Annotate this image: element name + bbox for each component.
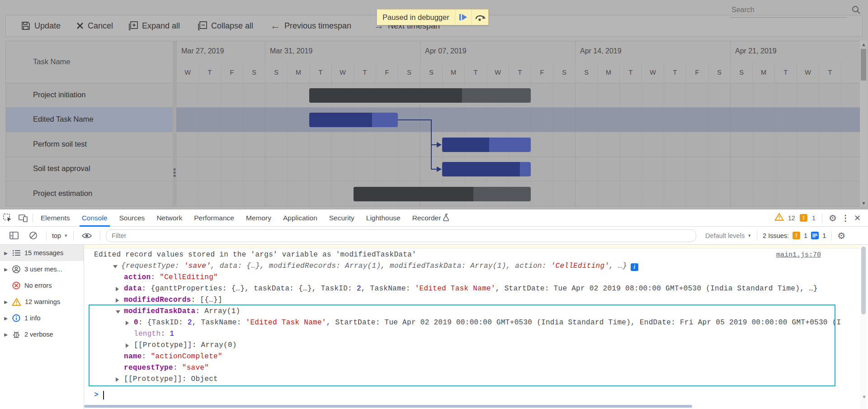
expander-icon[interactable]: ▶ [4, 332, 8, 337]
device-toolbar-icon[interactable] [15, 211, 31, 225]
task-row-2[interactable]: Edited Task Name [6, 108, 173, 132]
console-source-link[interactable]: main1.js:70 [776, 249, 821, 261]
step-over-icon[interactable] [472, 10, 488, 25]
tab-memory[interactable]: Memory [240, 209, 277, 227]
issues-summary-label[interactable]: 2 Issues: [763, 232, 789, 239]
taskbar-2[interactable] [309, 113, 398, 127]
console-text-segment: 'CellEditing' [551, 262, 609, 270]
timeline-row-5[interactable] [176, 182, 860, 206]
timeline-week-header: Mar 27, 2019Mar 31, 2019Apr 07, 2019Apr … [176, 41, 860, 62]
console-text-segment: name [124, 352, 142, 361]
timeline-row-2[interactable] [176, 108, 860, 132]
expander-open-icon[interactable] [116, 310, 120, 314]
gantt-vertical-scrollbar[interactable]: ▲ ▼ [860, 41, 867, 207]
taskbar-3[interactable] [442, 138, 531, 152]
taskbar-1[interactable] [309, 88, 531, 103]
issues-count[interactable]: 1 [812, 214, 816, 222]
clear-console-icon[interactable] [25, 229, 41, 243]
expander-closed-icon[interactable] [116, 298, 119, 303]
issues-icon[interactable]: ! [793, 232, 800, 239]
tab-console[interactable]: Console [76, 209, 113, 227]
previous-timespan-button[interactable]: ←Previous timespan [270, 15, 351, 36]
taskbar-4[interactable] [442, 162, 531, 176]
expander-icon[interactable]: ▶ [4, 300, 8, 304]
expander-icon[interactable]: ▶ [4, 251, 8, 256]
task-row-3[interactable]: Perform soil test [6, 133, 173, 157]
task-row-5[interactable]: Project estimation [6, 182, 173, 206]
inspect-element-icon[interactable] [0, 211, 15, 225]
expand-all-button[interactable]: Expand all [129, 15, 180, 36]
console-line-prop-requestType: requestType: "save" [84, 362, 860, 374]
collapse-all-label: Collapse all [211, 21, 253, 31]
console-scrollbar-thumb[interactable] [861, 247, 866, 314]
issues-icon[interactable]: ! [800, 214, 807, 222]
gantt-scrollbar-thumb[interactable] [861, 49, 866, 81]
scroll-down-icon[interactable]: ▼ [862, 394, 867, 399]
task-row-1[interactable]: Project initiation [6, 83, 173, 108]
timeline-day-cell: T [354, 62, 376, 83]
console-settings-gear-icon[interactable]: ⚙ [837, 231, 845, 240]
console-vertical-scrollbar[interactable]: ▼ [860, 245, 867, 409]
console-hscrollbar-thumb[interactable] [84, 405, 692, 408]
warning-count[interactable]: 12 [788, 214, 795, 222]
messages-icon[interactable] [811, 232, 819, 239]
timeline-row-1[interactable] [176, 83, 860, 108]
sidebar-filter-12-warnings[interactable]: ▶12 warnings [0, 294, 84, 310]
tab-network[interactable]: Network [151, 209, 188, 227]
expander-open-icon[interactable] [113, 265, 118, 268]
task-name-column-header[interactable]: Task Name [6, 41, 173, 83]
scroll-down-icon[interactable]: ▼ [861, 200, 866, 206]
search-input[interactable]: Search [730, 4, 847, 18]
taskbar-progress [309, 113, 372, 127]
console-text-segment: [[Prototype]] [124, 375, 182, 383]
update-button[interactable]: Update [21, 15, 61, 36]
sidebar-filter-15-messages[interactable]: ▶15 messages [0, 245, 84, 261]
search-icon[interactable] [852, 5, 861, 16]
close-devtools-icon[interactable]: ✕ [854, 213, 861, 223]
console-horizontal-scrollbar[interactable] [84, 404, 860, 408]
expander-closed-icon[interactable] [116, 377, 119, 382]
timeline-day-cell: W [486, 62, 509, 83]
info-badge-icon[interactable]: i [631, 263, 638, 271]
collapse-all-icon [198, 21, 207, 30]
collapse-all-button[interactable]: Collapse all [198, 15, 253, 36]
console-text-segment: , TaskName: [361, 285, 415, 293]
expander-closed-icon[interactable] [126, 321, 129, 325]
splitter-handle[interactable]: ••• [173, 41, 176, 207]
tab-label: Lighthouse [366, 214, 401, 222]
separator [822, 214, 822, 223]
eye-icon[interactable] [79, 229, 94, 243]
week-label: Mar 27, 2019 [181, 47, 224, 55]
javascript-context-selector[interactable]: top▼ [52, 232, 68, 239]
resume-script-icon[interactable] [455, 10, 472, 25]
log-levels-dropdown[interactable]: Default levels▼ [705, 232, 751, 239]
console-sidebar-toggle-icon[interactable] [6, 229, 22, 243]
scroll-up-icon[interactable]: ▲ [861, 42, 866, 47]
taskbar-5[interactable] [354, 187, 531, 201]
tab-lighthouse[interactable]: Lighthouse [360, 209, 406, 227]
task-row-4[interactable]: Soil test approval [6, 157, 173, 181]
timeline-row-3[interactable] [176, 133, 860, 157]
tab-application[interactable]: Application [277, 209, 323, 227]
tab-performance[interactable]: Performance [188, 209, 240, 227]
settings-gear-icon[interactable]: ⚙ [829, 214, 837, 223]
sidebar-filter-3-user-mes-[interactable]: ▶3 user mes... [0, 261, 84, 277]
tab-elements[interactable]: Elements [35, 209, 76, 227]
tab-security[interactable]: Security [323, 209, 360, 227]
sidebar-filter-1-info[interactable]: ▶1 info [0, 310, 84, 326]
expander-icon[interactable]: ▶ [4, 316, 8, 321]
console-text-segment: 'Edited Task Name' [246, 319, 326, 327]
more-options-icon[interactable]: ⋮ [841, 213, 849, 223]
tab-recorder[interactable]: Recorder [406, 209, 457, 227]
expander-closed-icon[interactable] [126, 343, 129, 348]
tab-sources[interactable]: Sources [113, 209, 151, 227]
expander-icon[interactable]: ▶ [4, 267, 8, 272]
console-filter-input[interactable] [106, 229, 696, 242]
sidebar-filter-no-errors[interactable]: No errors [0, 277, 84, 294]
cancel-button[interactable]: Cancel [76, 15, 113, 36]
timeline-day-cell [841, 62, 860, 83]
timeline-row-4[interactable] [176, 157, 860, 181]
sidebar-filter-2-verbose[interactable]: ▶2 verbose [0, 326, 84, 342]
expander-closed-icon[interactable] [116, 287, 119, 291]
dependency-arrow-icon [437, 166, 442, 172]
